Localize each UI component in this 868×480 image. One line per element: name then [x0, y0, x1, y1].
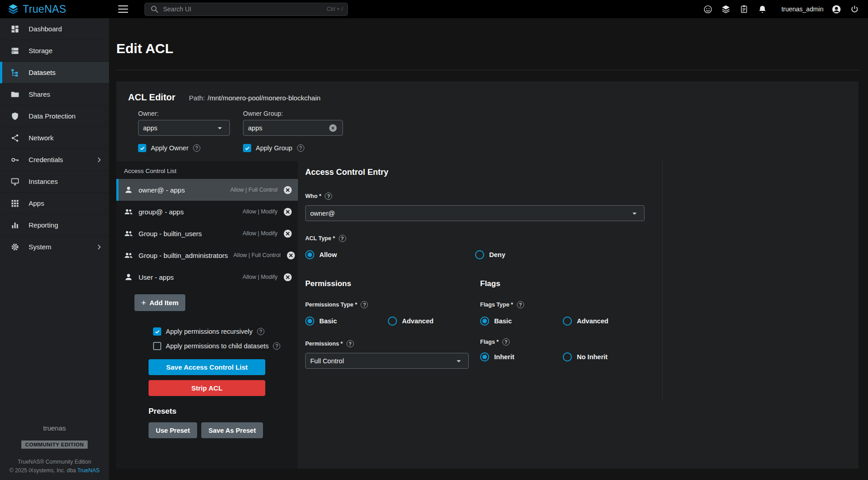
help-icon[interactable]: ? [517, 301, 524, 308]
help-icon[interactable]: ? [193, 144, 200, 152]
apply-group-checkbox[interactable] [243, 144, 251, 152]
sidebar-item-datasets[interactable]: Datasets [0, 62, 109, 84]
sidebar-item-apps[interactable]: Apps [0, 193, 109, 214]
add-item-button[interactable]: + Add Item [134, 294, 185, 311]
help-icon[interactable]: ? [339, 235, 346, 242]
logo[interactable]: TrueNAS [0, 3, 109, 15]
acl-entry-row[interactable]: owner@ - apps Allow | Full Control [116, 179, 298, 201]
presets-title: Presets [149, 407, 298, 416]
flags-no-inherit-radio[interactable]: No Inherit [563, 352, 608, 361]
owner-group-label: Owner Group: [243, 110, 343, 117]
use-preset-button[interactable]: Use Preset [149, 422, 197, 438]
who-label: Who * ? [305, 193, 645, 200]
acl-list-panel: Access Control List owner@ - apps Allow … [116, 161, 298, 469]
sidebar-item-dashboard[interactable]: Dashboard [0, 18, 109, 40]
storage-icon [10, 46, 20, 56]
bar-chart-icon [10, 220, 20, 230]
sidebar-item-label: Data Protection [29, 112, 75, 120]
chevron-down-icon [215, 123, 225, 133]
flags-type-basic-radio[interactable]: Basic [480, 317, 563, 326]
plus-icon: + [141, 298, 146, 307]
help-icon[interactable]: ? [347, 340, 354, 347]
search-input[interactable] [163, 5, 323, 13]
sidebar-item-network[interactable]: Network [0, 127, 109, 149]
help-icon[interactable]: ? [257, 328, 264, 335]
alerts-bell-icon[interactable] [757, 4, 768, 15]
acl-type-allow-radio[interactable]: Allow [305, 250, 475, 259]
gear-icon [10, 242, 20, 252]
edition-badge: COMMUNITY EDITION [21, 440, 87, 449]
acl-editor-title: ACL Editor [128, 92, 175, 103]
main-content: Edit ACL ACL Editor Path:/mnt/monero-poo… [109, 18, 868, 480]
remove-entry-icon[interactable] [283, 207, 293, 217]
radio-selected-icon [305, 250, 314, 259]
group-icon [124, 229, 133, 238]
sidebar-item-system[interactable]: System [0, 236, 109, 258]
page-title: Edit ACL [116, 41, 868, 56]
entry-permission-label: Allow | Modify [243, 274, 278, 280]
user-icon [124, 272, 133, 282]
save-acl-button[interactable]: Save Access Control List [149, 359, 265, 375]
sidebar-item-data-protection[interactable]: Data Protection [0, 105, 109, 127]
flags-label: Flags * ? [480, 338, 645, 346]
clear-icon[interactable] [328, 123, 338, 133]
sidebar-item-label: Shares [29, 90, 50, 98]
remove-entry-icon[interactable] [283, 272, 293, 282]
permissions-type-advanced-radio[interactable]: Advanced [388, 317, 433, 326]
help-icon[interactable]: ? [325, 193, 332, 200]
help-icon[interactable]: ? [502, 338, 510, 346]
radio-icon [388, 317, 397, 326]
radio-selected-icon [480, 317, 489, 326]
help-icon[interactable]: ? [361, 301, 368, 308]
radio-icon [475, 250, 484, 259]
jobs-icon[interactable] [720, 4, 731, 15]
key-icon [10, 155, 20, 165]
remove-entry-icon[interactable] [283, 229, 293, 238]
help-icon[interactable]: ? [297, 144, 304, 152]
radio-icon [563, 317, 572, 326]
logo-text: TrueNAS [23, 3, 66, 15]
owner-group-field[interactable] [243, 120, 343, 136]
sidebar-item-label: Instances [29, 178, 58, 185]
remove-entry-icon[interactable] [286, 251, 296, 260]
owner-select[interactable]: apps [138, 120, 230, 136]
acl-entry-row[interactable]: User - apps Allow | Modify [116, 266, 298, 288]
child-datasets-checkbox[interactable] [153, 342, 161, 350]
feedback-icon[interactable] [702, 4, 713, 15]
permissions-select[interactable]: Full Control [305, 353, 469, 369]
truenas-logo-icon [7, 3, 19, 15]
remove-entry-icon[interactable] [283, 185, 293, 195]
menu-toggle-icon[interactable] [118, 5, 128, 13]
flags-section-title: Flags [480, 279, 645, 288]
sidebar-item-credentials[interactable]: Credentials [0, 149, 109, 171]
acl-entry-row[interactable]: Group - builtin_users Allow | Modify [116, 223, 298, 244]
sidebar-item-storage[interactable]: Storage [0, 40, 109, 62]
entry-permission-label: Allow | Full Control [233, 252, 281, 258]
copyright-brand-link[interactable]: TrueNAS [77, 467, 99, 474]
sidebar-item-reporting[interactable]: Reporting [0, 214, 109, 236]
power-icon[interactable] [849, 4, 860, 15]
acl-type-deny-radio[interactable]: Deny [475, 250, 505, 259]
checklist-icon[interactable] [739, 4, 749, 15]
who-select[interactable]: owner@ [305, 205, 645, 221]
global-search[interactable]: Ctrl + / [144, 3, 348, 16]
acl-entry-row[interactable]: Group - builtin_administrators Allow | F… [116, 244, 298, 266]
shares-folder-icon [10, 89, 20, 99]
sidebar-item-label: System [29, 243, 51, 251]
group-icon [124, 251, 133, 260]
strip-acl-button[interactable]: Strip ACL [149, 380, 265, 396]
recursive-checkbox[interactable] [153, 327, 161, 336]
apply-owner-checkbox[interactable] [138, 144, 146, 152]
save-as-preset-button[interactable]: Save As Preset [201, 422, 263, 438]
acl-entry-row[interactable]: group@ - apps Allow | Modify [116, 201, 298, 223]
sidebar-item-instances[interactable]: Instances [0, 171, 109, 193]
help-icon[interactable]: ? [273, 342, 280, 350]
owner-group-input[interactable] [248, 124, 316, 132]
permissions-type-basic-radio[interactable]: Basic [305, 317, 388, 326]
sidebar-item-shares[interactable]: Shares [0, 84, 109, 105]
flags-type-advanced-radio[interactable]: Advanced [563, 317, 608, 326]
user-avatar-icon[interactable] [831, 4, 842, 15]
sidebar-item-label: Reporting [29, 221, 58, 229]
ace-title: Access Control Entry [305, 161, 645, 177]
flags-inherit-radio[interactable]: Inherit [480, 352, 563, 361]
